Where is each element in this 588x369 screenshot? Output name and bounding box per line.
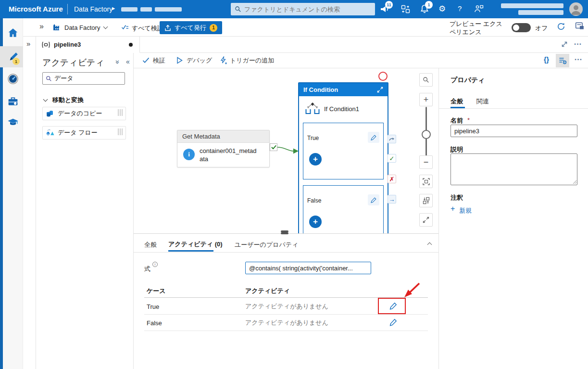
preview-experience-label: プレビュー エクスペリエンス — [450, 20, 508, 37]
activity-item-copy-data[interactable]: データのコピー — [42, 107, 126, 120]
success-output-port[interactable] — [270, 143, 277, 151]
case-column-header: ケース — [147, 287, 166, 295]
pipeline-canvas[interactable]: Get Metadata i container001_metadata If … — [134, 68, 438, 233]
add-trigger-button[interactable]: トリガーの追加 — [230, 56, 274, 65]
drag-grip[interactable] — [117, 128, 123, 137]
expression-input[interactable] — [245, 262, 371, 274]
edit-false-activities-button[interactable] — [368, 194, 379, 205]
rail-item-learning[interactable] — [7, 117, 19, 127]
fit-to-screen-button[interactable] — [419, 175, 433, 188]
skip-port-icon[interactable] — [388, 135, 396, 143]
zoom-out-button[interactable]: − — [419, 155, 433, 169]
drag-grip[interactable] — [117, 109, 123, 118]
add-true-activity-button[interactable]: + — [309, 153, 322, 165]
activities-search-input[interactable] — [54, 75, 122, 82]
rail-item-monitor[interactable] — [7, 73, 19, 85]
add-false-activity-button[interactable]: + — [309, 216, 322, 228]
props-tab-related[interactable]: 関連 — [476, 97, 489, 106]
top-bar: Microsoft Azure Data Factory ▶ 11 1 ⚙ ? — [0, 0, 588, 18]
description-textarea[interactable] — [450, 153, 577, 185]
activity-item-data-flow[interactable]: データ フロー — [42, 126, 126, 140]
breadcrumb-caret-icon: ▶ — [112, 6, 115, 11]
expand-editor-icon[interactable] — [561, 40, 568, 48]
if-true-container[interactable]: True + — [303, 123, 384, 179]
completion-port-icon[interactable]: → — [388, 195, 396, 204]
help-icon[interactable]: ? — [458, 4, 462, 13]
collapse-panel-icon[interactable]: « — [126, 58, 130, 65]
avatar[interactable] — [569, 2, 583, 16]
gear-icon[interactable]: ⚙ — [438, 4, 446, 14]
tab-more-icon[interactable]: … — [574, 38, 582, 47]
annotations-label: 注釈 — [450, 193, 463, 202]
feedback-icon[interactable] — [474, 4, 484, 13]
editor-tab-row: pipeline3 … — [36, 37, 588, 53]
activities-title: アクティビティ — [42, 57, 104, 68]
debug-button[interactable]: デバッグ — [187, 56, 212, 65]
annotation-red-circle — [378, 72, 388, 81]
tab-activities-selected[interactable]: アクティビティ (0) — [168, 240, 223, 249]
rail-item-author-selected[interactable]: 1 — [0, 46, 23, 67]
pipeline-settings-button[interactable] — [556, 54, 569, 67]
code-view-icon[interactable]: {} — [544, 56, 549, 64]
collapse-sections-icon[interactable]: » — [114, 60, 122, 64]
node-get-metadata[interactable]: Get Metadata i container001_metadata — [177, 130, 270, 167]
activity-config-panel: 全般 アクティビティ (0) ユーザーのプロパティ 式 i ケース アクティビテ… — [134, 233, 438, 369]
redacted-breadcrumb — [155, 7, 182, 12]
info-tooltip-icon[interactable]: i — [152, 262, 158, 267]
brand[interactable]: Microsoft Azure — [9, 5, 63, 13]
refresh-icon[interactable] — [557, 22, 565, 31]
breadcrumb[interactable]: Data Factory — [74, 5, 113, 13]
expand-left-panel-icon[interactable]: » — [39, 22, 44, 31]
row-separator — [144, 331, 428, 331]
search-input[interactable] — [244, 6, 371, 13]
rail-item-manage[interactable] — [8, 96, 18, 106]
preview-toggle[interactable] — [512, 23, 531, 32]
expand-resources-icon[interactable]: » — [26, 39, 30, 48]
directory-switch-icon[interactable] — [401, 5, 410, 13]
panel-drag-handle[interactable] — [281, 232, 288, 234]
toggle-knob — [513, 25, 519, 31]
validate-button[interactable]: 検証 — [153, 56, 165, 65]
pipeline-name-input[interactable] — [450, 125, 577, 137]
data-flow-icon — [46, 128, 54, 137]
validate-all-button[interactable]: すべて検証 — [132, 24, 163, 33]
factory-selector-label[interactable]: Data Factory — [64, 24, 100, 31]
publish-count-badge: 1 — [210, 24, 217, 32]
tab-user-properties[interactable]: ユーザーのプロパティ — [235, 241, 298, 249]
tab-underline — [168, 250, 213, 252]
collapse-node-icon[interactable] — [377, 87, 383, 93]
rail-item-home[interactable] — [8, 28, 18, 38]
chevron-down-icon[interactable] — [103, 25, 108, 29]
section-chevron-icon[interactable] — [43, 97, 48, 102]
success-port-icon[interactable]: ✓ — [388, 154, 396, 163]
section-move-transform[interactable]: 移動と変換 — [52, 96, 84, 104]
activities-search[interactable] — [42, 72, 125, 85]
tab-pipeline3-label: pipeline3 — [54, 41, 81, 48]
node-if-condition-selected[interactable]: If Condition If Condition1 True + False — [298, 82, 388, 233]
publish-all-button[interactable]: すべて発行 1 — [160, 21, 222, 34]
tab-pipeline3[interactable]: pipeline3 — [36, 37, 140, 53]
collapse-panel-chevron-icon[interactable] — [427, 242, 432, 247]
info-icon: i — [183, 149, 195, 160]
resize-handle-icon[interactable] — [573, 180, 577, 184]
zoom-in-button[interactable]: + — [419, 93, 433, 106]
global-search[interactable] — [231, 3, 375, 15]
collapse-all-button[interactable] — [419, 213, 433, 227]
zoom-search-button[interactable] — [419, 73, 433, 87]
fail-port-icon[interactable]: ✗ — [388, 175, 396, 183]
if-false-container[interactable]: False + — [303, 185, 384, 233]
publish-all-label: すべて発行 — [175, 24, 206, 32]
auto-align-button[interactable] — [419, 194, 433, 207]
node-header[interactable]: If Condition — [299, 83, 388, 96]
plus-icon[interactable]: + — [450, 204, 455, 213]
validate-icon — [142, 57, 150, 64]
props-tab-general-selected[interactable]: 全般 — [450, 97, 463, 106]
show-notifications-icon[interactable] — [575, 22, 584, 30]
search-icon — [235, 6, 241, 13]
edit-true-activities-button[interactable] — [368, 132, 379, 143]
edit-false-case-button[interactable] — [389, 318, 398, 327]
add-annotation-link[interactable]: 新規 — [459, 206, 472, 215]
canvas-more-icon[interactable]: … — [574, 53, 582, 63]
tab-general[interactable]: 全般 — [144, 241, 157, 249]
zoom-slider-knob[interactable] — [422, 130, 431, 139]
